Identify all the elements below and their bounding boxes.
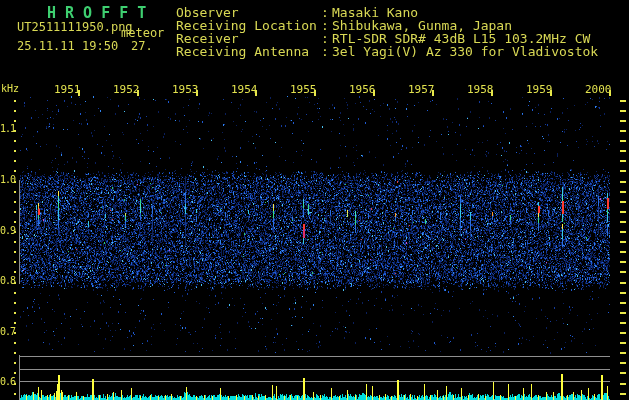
x-axis-label: 1957 — [408, 84, 434, 95]
info-row: Receiving Antenna:3el Yagi(V) Az 330 for… — [176, 45, 598, 58]
x-axis-label: 1956 — [349, 84, 375, 95]
output-filename: UT2511111950.png — [17, 21, 133, 33]
x-axis-label: 1952 — [113, 84, 139, 95]
y-axis-label: 1.0 — [0, 175, 15, 185]
x-axis-label: 1953 — [172, 84, 198, 95]
y-axis-label: 1.1 — [0, 124, 15, 134]
app-title: H R O F F T — [47, 6, 146, 21]
date-time: 25.11.11 19:50 — [17, 40, 118, 52]
y-axis-label: 0.8 — [0, 276, 15, 286]
info-row-label: Receiving Antenna — [176, 45, 318, 58]
station-info-block: Observer:Masaki KanoReceiving Location:S… — [176, 6, 598, 58]
y-axis-label: 0.7 — [0, 327, 15, 337]
info-row-value: 3el Yagi(V) Az 330 for Vladivostok — [332, 45, 598, 58]
seconds-counter: 27. — [131, 40, 153, 52]
x-axis-label: 1959 — [526, 84, 552, 95]
x-axis-label: 1951 — [54, 84, 80, 95]
x-axis-label: 1954 — [231, 84, 257, 95]
y-axis-unit: kHz — [1, 84, 19, 94]
spectrogram-canvas — [0, 0, 629, 400]
x-axis-label: 2000 — [585, 84, 611, 95]
y-axis-label: 0.6 — [0, 377, 15, 387]
hrofft-output: H R O F F T UT2511111950.png meteor 25.1… — [0, 0, 629, 400]
info-row-colon: : — [318, 45, 332, 58]
x-axis-label: 1958 — [467, 84, 493, 95]
x-axis-label: 1955 — [290, 84, 316, 95]
y-axis-label: 0.9 — [0, 226, 15, 236]
station-label: meteor — [121, 27, 164, 39]
